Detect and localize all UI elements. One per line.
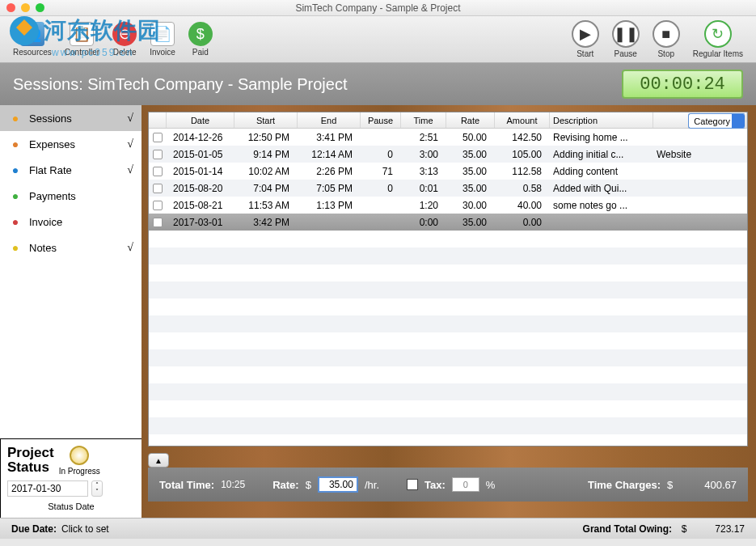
col-end[interactable]: End [298, 112, 361, 128]
page-title: Sessions: SimTech Company - Sample Proje… [13, 75, 622, 94]
check-icon: √ [127, 241, 133, 254]
table-row-empty [149, 417, 747, 434]
table-row[interactable]: 2015-01-14 10:02 AM 2:26 PM 71 3:13 35.0… [149, 163, 747, 180]
table-row-empty [149, 400, 747, 417]
table-row-empty [149, 281, 747, 298]
table-row-empty [149, 383, 747, 400]
col-description[interactable]: Description [550, 112, 653, 128]
check-icon: √ [127, 163, 133, 176]
diamond-icon: ● [8, 137, 23, 151]
col-rate[interactable]: Rate [446, 112, 495, 128]
col-start[interactable]: Start [234, 112, 298, 128]
grand-total-value: 723.17 [696, 523, 745, 535]
check-icon: √ [127, 138, 133, 150]
pause-icon: ❚❚ [612, 20, 640, 48]
project-status-state: In Progress [59, 467, 100, 476]
row-checkbox[interactable] [153, 201, 163, 210]
rate-input[interactable] [318, 476, 358, 493]
table-row-empty [149, 315, 747, 332]
sidebar-item-notes[interactable]: ●Notes√ [0, 235, 141, 260]
tax-input[interactable] [452, 477, 479, 492]
col-time[interactable]: Time [401, 112, 446, 128]
summary-footer: Total Time: 10:25 Rate: $ /hr. Tax: % Ti… [148, 468, 748, 502]
project-status-clock-icon [70, 446, 89, 465]
total-time-value: 10:25 [221, 479, 245, 490]
row-checkbox[interactable] [153, 184, 163, 193]
sidebar-item-payments[interactable]: ●Payments [0, 183, 141, 209]
regular-items-button[interactable]: ↻Regular Items [686, 19, 750, 60]
tax-label: Tax: [424, 479, 446, 491]
stop-icon: ■ [653, 20, 680, 48]
due-date-value[interactable]: Click to set [61, 523, 109, 535]
collapse-panel-button[interactable]: ▲ [148, 453, 169, 468]
time-charges-label: Time Charges: [588, 479, 661, 491]
rate-label: Rate: [272, 479, 299, 491]
sidebar-item-expenses[interactable]: ●Expenses√ [0, 131, 141, 157]
table-row-empty [149, 332, 747, 349]
table-row-empty [149, 231, 747, 248]
sessions-table: Date Start End Pause Time Rate Amount De… [148, 112, 748, 447]
paid-button[interactable]: $Paid [182, 20, 219, 58]
start-button[interactable]: ▶Start [565, 19, 606, 60]
window-titlebar: SimTech Company - Sample & Project [0, 0, 756, 16]
tag-icon: ● [8, 163, 23, 177]
watermark-logo-icon [8, 15, 40, 47]
timer-display: 00:00:24 [622, 70, 743, 99]
row-checkbox[interactable] [153, 150, 163, 159]
check-icon: √ [127, 112, 133, 125]
sidebar-item-invoice[interactable]: ●Invoice [0, 209, 141, 235]
status-date-label: Status Date [7, 502, 135, 511]
table-row[interactable]: 2015-01-05 9:14 PM 12:14 AM 0 3:00 35.00… [149, 146, 747, 163]
note-icon: ● [8, 240, 23, 255]
bottom-bar: Due Date: Click to set Grand Total Owing… [0, 518, 756, 539]
paid-icon: $ [188, 22, 213, 46]
sidebar-item-sessions[interactable]: ●Sessions√ [0, 105, 141, 131]
sidebar-item-label: Flat Rate [29, 164, 72, 176]
status-date-stepper[interactable]: ˄˅ [91, 480, 103, 497]
start-icon: ▶ [572, 20, 599, 48]
row-checkbox[interactable] [153, 218, 163, 227]
dollar-icon: ● [8, 188, 23, 203]
table-row-empty [149, 434, 747, 447]
grand-total-label: Grand Total Owing: [583, 523, 672, 535]
table-row-empty [149, 349, 747, 366]
category-dropdown[interactable]: Category [688, 113, 745, 129]
watermark-text: 河东软件园 [44, 15, 161, 46]
table-header: Date Start End Pause Time Rate Amount De… [149, 112, 747, 129]
table-row[interactable]: 2015-08-20 7:04 PM 7:05 PM 0 0:01 35.00 … [149, 180, 747, 197]
regular-icon: ↻ [704, 20, 732, 48]
col-pause[interactable]: Pause [361, 112, 401, 128]
table-row-empty [149, 298, 747, 315]
stop-button[interactable]: ■Stop [646, 19, 686, 60]
table-row[interactable]: 2014-12-26 12:50 PM 3:41 PM 2:51 50.00 1… [149, 129, 747, 146]
watermark-subtext: www.pc059.cn [52, 47, 133, 58]
clock-icon: ● [8, 111, 23, 125]
doc-icon: ● [8, 214, 23, 229]
table-row-empty [149, 265, 747, 281]
sidebar-item-label: Sessions [29, 112, 72, 125]
table-row[interactable]: 2017-03-01 3:42 PM 0:00 35.00 0.00 [149, 214, 747, 231]
sidebar-item-label: Invoice [29, 216, 62, 228]
table-row-empty [149, 366, 747, 383]
col-date[interactable]: Date [167, 112, 234, 128]
row-checkbox[interactable] [153, 167, 163, 176]
due-date-label: Due Date: [11, 523, 57, 535]
sidebar: ●Sessions√●Expenses√●Flat Rate√●Payments… [0, 105, 141, 518]
sidebar-item-flat-rate[interactable]: ●Flat Rate√ [0, 157, 141, 183]
page-header: Sessions: SimTech Company - Sample Proje… [0, 63, 756, 105]
project-status-title: ProjectStatus [7, 446, 54, 476]
table-row-empty [149, 248, 747, 265]
table-row[interactable]: 2015-08-21 11:53 AM 1:13 PM 1:20 30.00 4… [149, 197, 747, 214]
content-area: Date Start End Pause Time Rate Amount De… [141, 105, 756, 518]
col-amount[interactable]: Amount [495, 112, 550, 128]
project-status-panel: ProjectStatus In Progress ˄˅ Status Date [0, 438, 141, 518]
pause-button[interactable]: ❚❚Pause [606, 19, 646, 60]
sidebar-item-label: Notes [29, 242, 57, 254]
sidebar-item-label: Expenses [29, 138, 75, 150]
total-time-label: Total Time: [159, 479, 214, 491]
window-title: SimTech Company - Sample & Project [0, 2, 756, 14]
tax-checkbox[interactable] [407, 479, 418, 490]
sidebar-item-label: Payments [29, 190, 76, 202]
row-checkbox[interactable] [153, 133, 163, 142]
status-date-input[interactable] [7, 480, 88, 497]
